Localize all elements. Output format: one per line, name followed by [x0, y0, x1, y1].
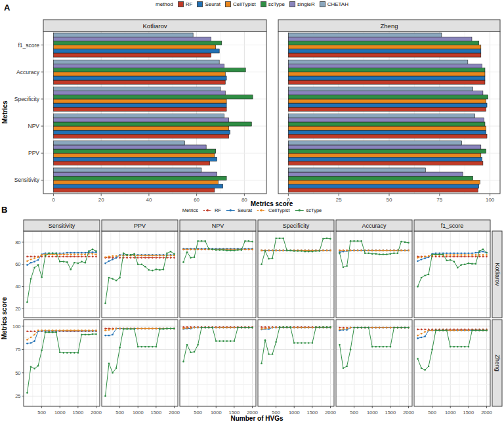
bar-Zheng-NPV-Seurat: [288, 130, 486, 134]
panel-b-metrics-legend: MetricsRFSeuratCellTypistscType: [182, 207, 322, 213]
facet-Zheng-PPV: 500100015002000: [102, 320, 180, 415]
facet-Kotliarov-f1_score: f1_score: [414, 220, 490, 318]
color-swatch-icon: [197, 1, 203, 7]
color-swatch-icon: [225, 1, 231, 7]
svg-text:40: 40: [15, 284, 20, 289]
bar-Zheng-NPV-singleR: [288, 118, 484, 122]
svg-text:1000: 1000: [54, 410, 66, 415]
column-strip-label: Accuracy: [362, 223, 387, 229]
bar-Zheng-f1_score-singleR: [288, 37, 472, 41]
legend-item-label: scType: [268, 1, 285, 7]
bar-Kotliarov-Specificity-singleR: [53, 91, 225, 95]
bar-Kotliarov-f1_score-Seurat: [53, 49, 219, 53]
line-point-swatch-icon: [203, 207, 213, 213]
svg-text:75: 75: [15, 347, 20, 352]
svg-text:50: 50: [387, 197, 392, 203]
bar-Zheng-Specificity-Seurat: [288, 103, 487, 107]
bar-Kotliarov-f1_score-CHETAH: [53, 33, 193, 37]
legend-item-scType: scType: [295, 207, 322, 213]
bar-Zheng-Sensitivity-scType: [288, 176, 472, 180]
bar-Zheng-f1_score-RF: [288, 53, 480, 57]
category-label: f1_score: [18, 42, 39, 49]
color-swatch-icon: [289, 1, 295, 7]
line-point-swatch-icon: [226, 207, 236, 213]
bar-Kotliarov-PPV-singleR: [53, 145, 206, 149]
svg-text:2000: 2000: [403, 410, 414, 415]
line-point-swatch-icon: [295, 207, 304, 213]
svg-text:1500: 1500: [151, 410, 162, 415]
bar-Zheng-Accuracy-scType: [288, 68, 485, 72]
bar-Kotliarov-PPV-RF: [53, 161, 209, 165]
legend-item-Seurat: Seurat: [197, 1, 220, 7]
bar-Kotliarov-PPV-Seurat: [53, 157, 217, 161]
bar-Kotliarov-NPV-singleR: [53, 118, 228, 122]
legend-item-label: CellTypist: [268, 207, 290, 213]
svg-text:60: 60: [15, 261, 20, 267]
legend-item-label: CHETAH: [327, 1, 348, 7]
bar-Zheng-Sensitivity-RF: [288, 188, 478, 192]
bar-Kotliarov-Accuracy-scType: [53, 68, 245, 72]
bar-Zheng-NPV-CellTypist: [288, 126, 486, 130]
svg-text:100: 100: [486, 197, 495, 203]
panel-b-y-axis-title: Metrics score: [1, 297, 8, 339]
category-label: Sensitivity: [14, 177, 40, 183]
panel-a-bar-chart: Kotliarov020406080SensitivityPPVNPVSpeci…: [0, 12, 504, 209]
bar-Kotliarov-Accuracy-CHETAH: [53, 60, 219, 64]
svg-text:1000: 1000: [367, 410, 378, 415]
column-strip-label: NPV: [212, 223, 224, 229]
svg-text:50: 50: [15, 370, 20, 376]
bar-Zheng-Accuracy-CHETAH: [288, 60, 467, 64]
column-strip-label: Specificity: [283, 223, 310, 229]
bar-Kotliarov-NPV-Seurat: [53, 130, 230, 134]
bar-Zheng-Accuracy-RF: [288, 80, 485, 84]
color-swatch-icon: [320, 1, 326, 7]
bar-Zheng-Sensitivity-CellTypist: [288, 180, 480, 184]
bar-Kotliarov-NPV-RF: [53, 134, 228, 138]
legend-item-RF: RF: [178, 1, 193, 7]
svg-text:20: 20: [98, 197, 104, 203]
bar-Zheng-PPV-scType: [288, 149, 486, 153]
facet-Zheng-Accuracy: 500100015002000: [336, 320, 414, 415]
svg-text:1500: 1500: [463, 410, 474, 415]
svg-text:1000: 1000: [211, 410, 222, 415]
bar-Zheng-Accuracy-CellTypist: [288, 72, 485, 76]
figure-page: { "colors": { "RF": "#C13B28", "Seurat":…: [0, 0, 504, 426]
bar-Kotliarov-PPV-scType: [53, 149, 215, 153]
svg-text:500: 500: [428, 410, 436, 415]
svg-text:1500: 1500: [385, 410, 396, 415]
svg-text:1500: 1500: [73, 410, 84, 415]
bar-Kotliarov-NPV-CellTypist: [53, 126, 228, 130]
svg-text:2000: 2000: [325, 410, 336, 415]
bar-Zheng-NPV-CHETAH: [288, 114, 474, 118]
bar-Zheng-PPV-singleR: [288, 145, 480, 149]
legend-item-RF: RF: [203, 207, 221, 213]
svg-text:100: 100: [12, 324, 21, 330]
legend-item-label: CellTypist: [233, 1, 256, 7]
legend-item-label: RF: [215, 207, 221, 213]
facet-Kotliarov-Specificity: Specificity: [258, 220, 334, 318]
svg-text:40: 40: [146, 197, 152, 203]
panel-a-x-axis-title: Metrics score: [251, 200, 293, 207]
category-label: NPV: [28, 123, 40, 129]
facet-Kotliarov-Sensitivity: Sensitivity20406080: [15, 220, 100, 318]
bar-Kotliarov-Sensitivity-CHETAH: [53, 168, 201, 172]
bar-Zheng-PPV-CHETAH: [288, 141, 461, 145]
bar-Kotliarov-Accuracy-CellTypist: [53, 72, 225, 76]
color-swatch-icon: [178, 1, 184, 7]
bar-Kotliarov-Sensitivity-RF: [53, 188, 214, 192]
svg-text:80: 80: [242, 197, 247, 203]
bar-Zheng-NPV-RF: [288, 134, 487, 138]
bar-Kotliarov-Sensitivity-CellTypist: [53, 180, 218, 184]
category-label: PPV: [28, 150, 39, 156]
svg-text:500: 500: [37, 410, 46, 415]
panel-a-method-legend: methodRFSeuratCellTypistscTypesingleRCHE…: [156, 1, 348, 7]
svg-text:500: 500: [350, 410, 358, 415]
bar-Kotliarov-Accuracy-RF: [53, 80, 225, 84]
facet-Kotliarov-Accuracy: Accuracy: [336, 220, 412, 318]
svg-text:2000: 2000: [169, 410, 180, 415]
facet-Kotliarov-NPV: NPV: [180, 220, 256, 318]
color-swatch-icon: [261, 1, 266, 7]
svg-text:1000: 1000: [289, 410, 300, 415]
facet-Zheng-Specificity: 500100015002000: [258, 320, 336, 415]
legend-item-Seurat: Seurat: [226, 207, 252, 213]
